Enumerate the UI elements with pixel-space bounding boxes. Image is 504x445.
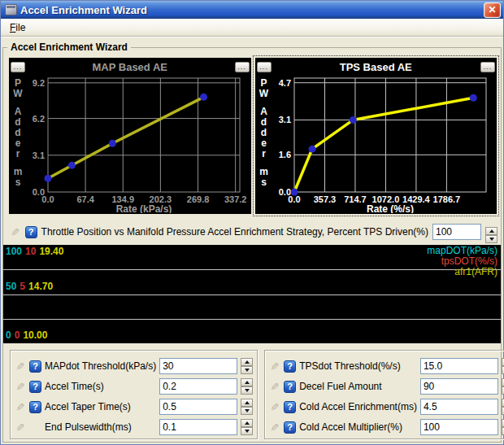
svg-text:1786.7: 1786.7	[432, 194, 460, 204]
spinner-up-button[interactable]	[485, 227, 497, 235]
setting-label: Cold Accel Enrichment(ms)	[299, 401, 417, 412]
data-point[interactable]	[469, 94, 476, 102]
data-point[interactable]	[45, 175, 52, 182]
plot-area[interactable]: 0.03.16.29.20.067.4134.9202.3269.8337.2R…	[27, 75, 248, 213]
close-button[interactable]: ✕	[484, 2, 501, 18]
map-ae-chart[interactable]: ...MAP Based AE...PWAdderms0.03.16.29.20…	[9, 58, 251, 214]
spinner-up-button[interactable]	[241, 419, 253, 427]
scale-value: 100	[6, 246, 22, 257]
data-point[interactable]	[68, 162, 76, 169]
svg-text:337.2: 337.2	[224, 194, 247, 204]
help-icon[interactable]: ?	[284, 381, 296, 393]
pencil-icon: ✎	[269, 361, 280, 372]
spinner-down-button[interactable]	[241, 386, 253, 395]
spinner-up-button[interactable]	[241, 358, 253, 366]
grid-line	[3, 319, 501, 320]
strategy-label: Throttle Position vs Manifold Pressure A…	[41, 226, 428, 238]
spinner[interactable]	[241, 378, 253, 395]
spinner-up-button[interactable]	[241, 399, 253, 407]
chart-options-button[interactable]: ...	[257, 62, 272, 72]
data-point[interactable]	[308, 146, 315, 153]
help-icon[interactable]: ?	[29, 360, 41, 373]
live-graph: 1001019.4050514.700010.00mapDOT(kPa/s)tp…	[3, 245, 501, 343]
plot-area[interactable]: 0.01.63.14.70.0357.3714.71072.01429.4178…	[273, 75, 494, 213]
help-icon[interactable]: ?	[284, 421, 296, 434]
svg-text:0.0: 0.0	[288, 194, 300, 204]
spinner[interactable]	[241, 399, 253, 415]
pencil-icon: ✎	[15, 382, 26, 392]
chart-header: ...TPS Based AE...	[255, 58, 497, 75]
scale-values-row: 50514.70	[6, 281, 56, 292]
data-point[interactable]	[200, 94, 207, 101]
setting-row: ✎?Accel Time(s)	[15, 377, 253, 396]
setting-field[interactable]	[159, 419, 237, 435]
pencil-icon: ✎	[269, 402, 280, 412]
chart-body: PWAdderms0.03.16.29.20.067.4134.9202.326…	[9, 75, 251, 213]
help-icon[interactable]: ?	[29, 381, 41, 393]
data-point[interactable]	[290, 189, 298, 196]
strategy-field[interactable]	[432, 224, 481, 240]
setting-label: End Pulsewidth(ms)	[45, 421, 156, 433]
setting-field[interactable]	[159, 358, 237, 374]
accel-enrichment-wizard-window: Accel Enrichment Wizard ✕ File Accel Enr…	[0, 0, 504, 445]
spinner[interactable]	[241, 419, 253, 435]
y-axis-label: PWAdderms	[255, 75, 273, 213]
chart-options-button[interactable]: ...	[235, 62, 250, 72]
data-point[interactable]	[349, 116, 356, 124]
strategy-spinner[interactable]	[485, 221, 497, 243]
svg-text:3.1: 3.1	[33, 151, 45, 160]
setting-label: Cold Accel Multiplier(%)	[299, 421, 417, 433]
spinner[interactable]	[485, 227, 497, 243]
down-arrow-icon	[245, 389, 250, 392]
setting-field[interactable]	[159, 399, 237, 415]
svg-text:1.6: 1.6	[278, 150, 290, 159]
chart-title: TPS Based AE	[272, 61, 481, 73]
chart-header: ...MAP Based AE...	[9, 58, 251, 75]
chart-options-button[interactable]: ...	[11, 62, 25, 72]
spinner-down-button[interactable]	[485, 235, 497, 243]
tps-ae-chart[interactable]: ...TPS Based AE...PWAdderms0.01.63.14.70…	[255, 58, 497, 214]
up-arrow-icon	[245, 401, 250, 404]
up-arrow-icon	[245, 360, 250, 364]
setting-field[interactable]	[420, 378, 498, 395]
data-point[interactable]	[109, 140, 116, 147]
down-arrow-icon	[245, 430, 250, 433]
help-icon[interactable]: ?	[25, 226, 37, 238]
down-arrow-icon	[245, 409, 250, 412]
spinner-up-button[interactable]	[241, 378, 253, 386]
titlebar[interactable]: Accel Enrichment Wizard ✕	[1, 1, 503, 19]
setting-row: ✎?Decel Fuel Amount	[269, 377, 504, 396]
spinner-down-button[interactable]	[241, 427, 253, 435]
spinner[interactable]	[241, 358, 253, 374]
help-icon[interactable]: ?	[284, 401, 296, 413]
scale-value: 19.40	[39, 246, 63, 257]
svg-text:9.2: 9.2	[33, 78, 45, 88]
pencil-icon: ✎	[15, 402, 26, 412]
wizard-groupbox: Accel Enrichment Wizard ...MAP Based AE.…	[2, 47, 502, 443]
menu-file[interactable]: File	[4, 20, 31, 35]
setting-field[interactable]	[420, 419, 498, 435]
up-arrow-icon	[489, 229, 494, 233]
grid-line	[3, 269, 501, 270]
scale-value: 5	[20, 281, 25, 292]
scale-value: 10	[25, 246, 36, 257]
chart-body: PWAdderms0.01.63.14.70.0357.3714.71072.0…	[255, 75, 497, 213]
setting-field[interactable]	[420, 399, 498, 415]
setting-row: ✎?MAPdot Threshold(kPa/s)	[15, 356, 253, 376]
setting-label: Accel Taper Time(s)	[45, 401, 156, 412]
pencil-icon: ✎	[15, 361, 26, 372]
chart-title: MAP Based AE	[25, 61, 235, 73]
help-icon[interactable]: ?	[284, 360, 296, 373]
svg-text:67.4: 67.4	[76, 194, 94, 204]
help-icon[interactable]: ?	[29, 401, 41, 413]
strategy-row: ✎ ? Throttle Position vs Manifold Pressu…	[10, 221, 497, 242]
spinner-down-button[interactable]	[241, 366, 253, 374]
charts-row: ...MAP Based AE...PWAdderms0.03.16.29.20…	[3, 48, 501, 214]
scale-value: 14.70	[28, 281, 53, 292]
chart-options-button[interactable]: ...	[480, 62, 495, 72]
setting-field[interactable]	[420, 358, 498, 374]
spinner-down-button[interactable]	[241, 407, 253, 415]
svg-text:269.8: 269.8	[187, 194, 210, 204]
setting-field[interactable]	[159, 378, 237, 395]
svg-text:357.3: 357.3	[313, 194, 336, 204]
